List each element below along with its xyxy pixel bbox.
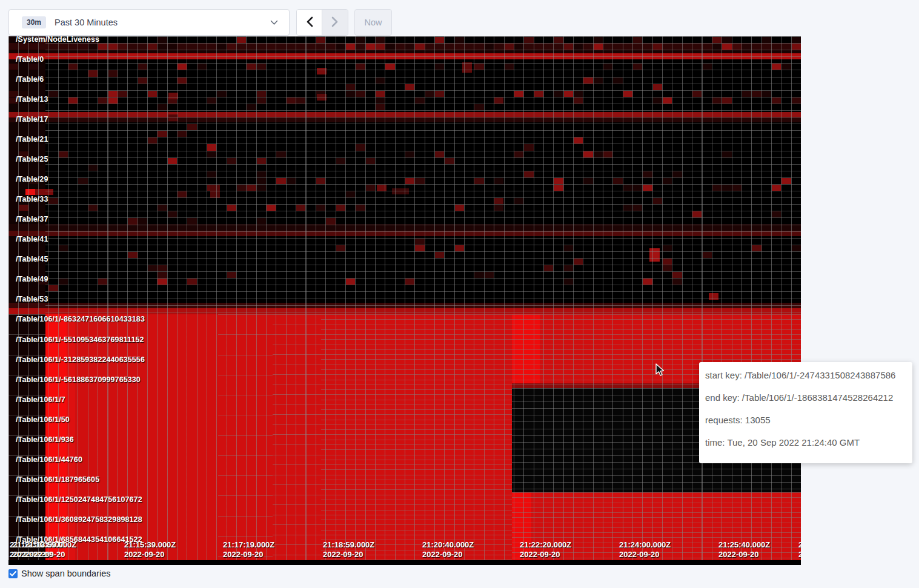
row-label: /Table/33: [16, 195, 48, 204]
row-label: /Table/106/1/1250247484756107672: [16, 495, 142, 504]
row-label: /Table/37: [16, 215, 48, 224]
next-interval-button[interactable]: [322, 10, 348, 35]
prev-interval-button[interactable]: [297, 10, 322, 35]
time-nav-group: [296, 9, 348, 36]
row-label: /Table/106/1/44760: [16, 455, 82, 464]
tooltip-time: time: Tue, 20 Sep 2022 21:24:40 GMT: [705, 437, 906, 448]
chevron-down-icon: [270, 20, 278, 25]
row-label: /System/NodeLiveness: [16, 36, 99, 44]
tooltip-end-key: end key: /Table/106/1/-18683814745282642…: [705, 392, 906, 403]
key-visualizer-page: 30m Past 30 Minutes Now /System/NodeLive…: [0, 0, 919, 588]
row-label: /Table/25: [16, 155, 48, 164]
footer: Show span boundaries: [8, 569, 111, 578]
span-boundary-grid: [45, 36, 801, 314]
row-label: /Table/17: [16, 115, 48, 124]
row-label: /Table/106/1/-8632471606610433183: [16, 315, 145, 324]
x-axis-tick: 21:24:00.000Z2022-09-20: [619, 540, 671, 560]
show-span-boundaries-label: Show span boundaries: [21, 569, 111, 578]
span-boundary-grid: [273, 314, 321, 560]
x-axis-tick: 21:15:39.000Z2022-09-20: [124, 540, 176, 560]
row-label: /Table/106/1/-5510953463769811152: [16, 335, 144, 345]
show-span-boundaries-checkbox[interactable]: [8, 569, 18, 578]
time-range-select[interactable]: 30m Past 30 Minutes: [8, 9, 290, 36]
x-axis-tick: 21:22:20.000Z2022-09-20: [520, 540, 571, 560]
time-range-label: Past 30 Minutes: [55, 18, 118, 27]
time-range-badge: 30m: [22, 16, 46, 28]
x-axis-tick: 21:13:59.000Z2022-09-20: [25, 540, 76, 560]
chevron-left-icon: [305, 16, 314, 30]
toolbar: 30m Past 30 Minutes Now: [0, 0, 919, 36]
row-label: /Table/106/1/3608924758329898128: [16, 515, 142, 524]
row-label: /Table/6: [16, 75, 44, 84]
heatmap-canvas[interactable]: /System/NodeLiveness/Table/0/Table/6/Tab…: [8, 36, 801, 565]
check-icon: [10, 568, 16, 579]
x-axis-tick: 21:17:19.000Z2022-09-20: [223, 540, 274, 560]
x-axis-tick: 21:20:40.000Z2022-09-20: [422, 540, 474, 560]
row-label: /Table/106/1/7: [16, 395, 65, 405]
row-label: /Table/41: [16, 235, 48, 244]
tooltip-start-key: start key: /Table/106/1/-247433150824388…: [705, 370, 906, 381]
x-axis-tick: 21:27:20.000Z2022-09-20: [798, 540, 801, 560]
now-button[interactable]: Now: [354, 9, 392, 36]
tooltip-requests: requests: 13055: [705, 415, 906, 426]
row-label: /Table/106/1/-3128593822440635556: [16, 355, 145, 365]
row-label: /Table/106/1/936: [16, 435, 74, 444]
row-label: /Table/0: [16, 55, 44, 64]
row-label: /Table/29: [16, 175, 48, 184]
x-axis-tick: 21:18:59.000Z2022-09-20: [323, 540, 374, 560]
span-boundary-grid: [321, 314, 512, 560]
row-label: /Table/53: [16, 295, 48, 304]
chevron-right-icon: [331, 16, 339, 30]
row-label: /Table/49: [16, 275, 48, 284]
range-tooltip: start key: /Table/106/1/-247433150824388…: [699, 362, 912, 463]
span-boundary-grid: [218, 314, 273, 560]
x-axis-tick: 21:25:40.000Z2022-09-20: [718, 540, 770, 560]
row-label: /Table/106/1/187965605: [16, 475, 99, 484]
row-label: /Table/45: [16, 255, 48, 264]
row-label: /Table/13: [16, 95, 48, 104]
row-label: /Table/106/1/-561886370999765330: [16, 375, 141, 385]
row-label: /Table/21: [16, 135, 48, 144]
row-label: /Table/106/1/50: [16, 415, 70, 424]
